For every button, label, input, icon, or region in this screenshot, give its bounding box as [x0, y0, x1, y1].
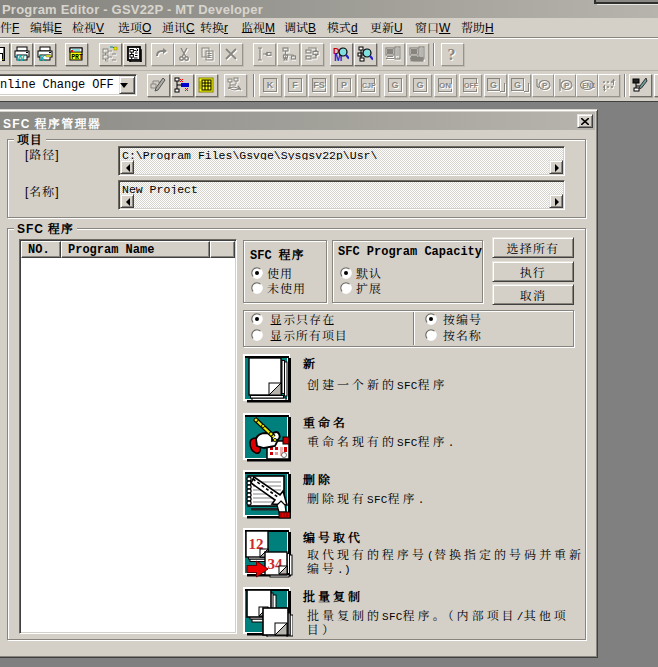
svg-text:P: P — [564, 81, 570, 90]
svg-text:W: W — [16, 53, 25, 62]
svg-text:?: ? — [448, 46, 456, 62]
svg-text:X: X — [39, 53, 45, 62]
svg-text:P: P — [542, 81, 548, 90]
svg-text:PRT: PRT — [71, 54, 83, 61]
svg-text:END: END — [582, 82, 595, 89]
